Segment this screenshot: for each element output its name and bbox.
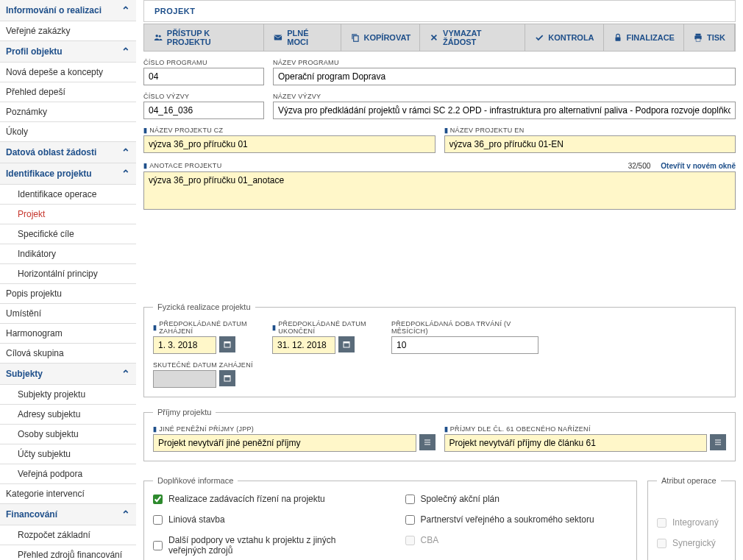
label-prognum: ČÍSLO PROGRAMU xyxy=(143,59,264,66)
label-progname: NÁZEV PROGRAMU xyxy=(273,59,736,66)
copy-icon xyxy=(350,32,360,43)
chevron-up-icon: ⌃ xyxy=(121,508,130,520)
sidebar-sec-profil[interactable]: Profil objektu⌃ xyxy=(0,41,136,63)
sidebar-item-vz[interactable]: Veřejné zakázky xyxy=(0,21,136,41)
input-callname[interactable] xyxy=(273,102,736,119)
sidebar-item-zdroje[interactable]: Přehled zdrojů financování xyxy=(0,545,136,560)
sidebar-item-subj-proj[interactable]: Subjekty projektu xyxy=(0,385,136,405)
check-spolecny[interactable]: Společný akční plán xyxy=(405,494,628,504)
input-callnum[interactable] xyxy=(143,102,264,119)
input-art61[interactable] xyxy=(444,434,708,452)
check-realizace[interactable]: Realizace zadávacích řízení na projektu xyxy=(153,494,376,504)
label-end: ▮PŘEDPOKLÁDANÉ DATUM UKONČENÍ xyxy=(272,320,383,335)
sidebar-item-poznamky[interactable]: Poznámky xyxy=(0,102,136,122)
label-start: ▮PŘEDPOKLÁDANÉ DATUM ZAHÁJENÍ xyxy=(153,320,263,335)
svg-point-0 xyxy=(155,35,157,37)
select-button[interactable] xyxy=(710,434,726,450)
fieldset-income: Příjmy projektu ▮JINÉ PENĚŽNÍ PŘÍJMY (JP… xyxy=(143,408,736,461)
sidebar-sec-datova[interactable]: Datová oblast žádosti⌃ xyxy=(0,142,136,163)
legend-attr: Atribut operace xyxy=(657,476,721,485)
required-icon: ▮ xyxy=(153,324,157,331)
sidebar-item-ukoly[interactable]: Úkoly xyxy=(0,122,136,142)
required-icon: ▮ xyxy=(272,324,276,331)
input-projen[interactable] xyxy=(444,135,736,153)
input-projcz[interactable] xyxy=(143,135,436,153)
input-jpp[interactable] xyxy=(153,434,416,452)
tool-delete[interactable]: VYMAZAT ŽÁDOST xyxy=(420,24,525,51)
sidebar-item-harmon[interactable]: Harmonogram xyxy=(0,324,136,344)
input-realstart[interactable] xyxy=(153,370,216,388)
sidebar-sec-financ[interactable]: Financování⌃ xyxy=(0,504,136,525)
label-realstart: SKUTEČNÉ DATUM ZAHÁJENÍ xyxy=(153,361,263,369)
input-prognum[interactable] xyxy=(143,68,264,85)
sidebar-item-popis[interactable]: Popis projektu xyxy=(0,284,136,304)
sidebar-item-osoby[interactable]: Osoby subjektu xyxy=(0,425,136,444)
tab-row: PROJEKT xyxy=(143,0,736,22)
sidebar-item-projekt[interactable]: Projekt xyxy=(0,205,136,224)
select-button[interactable] xyxy=(419,434,436,450)
legend-income: Příjmy projektu xyxy=(153,408,216,417)
chevron-up-icon: ⌃ xyxy=(121,368,130,380)
tool-copy[interactable]: KOPÍROVAT xyxy=(341,24,421,51)
check-integr[interactable]: Integrovaný xyxy=(657,517,726,528)
tool-power[interactable]: PLNÉ MOCI xyxy=(264,24,341,51)
svg-point-1 xyxy=(159,35,161,38)
sidebar-item-depese[interactable]: Nová depeše a koncepty xyxy=(0,63,136,82)
sidebar-item-ucty[interactable]: Účty subjektu xyxy=(0,444,136,464)
legend-addl: Doplňkové informace xyxy=(153,476,238,485)
check-icon xyxy=(534,32,544,43)
label-art61: ▮PŘÍJMY DLE ČL. 61 OBECNÉHO NAŘÍZENÍ xyxy=(444,425,727,433)
sidebar: Informování o realizaci⌃ Veřejné zakázky… xyxy=(0,0,136,560)
lock-icon xyxy=(613,32,623,43)
label-callname: NÁZEV VÝZVY xyxy=(273,93,736,100)
tool-access[interactable]: PŘÍSTUP K PROJEKTU xyxy=(144,24,264,51)
fieldset-attr: Atribut operace Integrovaný Synergický xyxy=(647,476,736,560)
svg-rect-2 xyxy=(274,35,282,40)
label-projcz: ▮NÁZEV PROJEKTU CZ xyxy=(143,127,436,134)
input-start[interactable] xyxy=(153,336,216,354)
check-partner[interactable]: Partnerství veřejného a soukromého sekto… xyxy=(405,514,628,525)
tool-check[interactable]: KONTROLA xyxy=(525,24,603,51)
sidebar-sec-subjekty[interactable]: Subjekty⌃ xyxy=(0,364,136,385)
input-dur[interactable] xyxy=(391,336,538,354)
sidebar-item-verejna[interactable]: Veřejná podpora xyxy=(0,464,136,484)
main: PROJEKT PŘÍSTUP K PROJEKTU PLNÉ MOCI KOP… xyxy=(136,0,743,560)
check-cba[interactable]: CBA xyxy=(405,535,628,545)
label-jpp: ▮JINÉ PENĚŽNÍ PŘÍJMY (JPP) xyxy=(153,425,436,433)
sidebar-item-horiz[interactable]: Horizontální principy xyxy=(0,264,136,284)
tool-print[interactable]: TISK xyxy=(684,24,735,51)
check-synerg[interactable]: Synergický xyxy=(657,538,726,548)
list-icon xyxy=(714,438,722,447)
sidebar-sec-identifikace[interactable]: Identifikace projektu⌃ xyxy=(0,163,136,185)
sidebar-item-indikatory[interactable]: Indikátory xyxy=(0,244,136,264)
tab-projekt[interactable]: PROJEKT xyxy=(144,1,205,21)
label-callnum: ČÍSLO VÝZVY xyxy=(143,93,264,100)
required-icon: ▮ xyxy=(444,127,448,134)
input-progname[interactable] xyxy=(273,68,736,85)
calendar-icon xyxy=(223,374,232,383)
sidebar-item-ident-op[interactable]: Identifikace operace xyxy=(0,185,136,205)
input-end[interactable] xyxy=(272,336,335,354)
label-projen: ▮NÁZEV PROJEKTU EN xyxy=(444,127,736,134)
fieldset-fyz: Fyzická realizace projektu ▮PŘEDPOKLÁDAN… xyxy=(143,302,736,397)
link-newwin[interactable]: Otevřít v novém okně xyxy=(661,162,736,170)
sidebar-item-cilova[interactable]: Cílová skupina xyxy=(0,344,136,364)
required-icon: ▮ xyxy=(153,425,157,433)
svg-rect-4 xyxy=(615,37,620,40)
tool-finalize[interactable]: FINALIZACE xyxy=(604,24,684,51)
sidebar-sec-realizace[interactable]: Informování o realizaci⌃ xyxy=(0,0,136,21)
sidebar-item-umisteni[interactable]: Umístění xyxy=(0,304,136,324)
check-liniova[interactable]: Liniová stavba xyxy=(153,514,376,525)
calendar-button[interactable] xyxy=(338,336,355,352)
sidebar-item-prehled[interactable]: Přehled depeší xyxy=(0,82,136,102)
sidebar-item-specifcile[interactable]: Specifické cíle xyxy=(0,224,136,244)
x-icon xyxy=(429,32,439,43)
textarea-annot[interactable]: výzva 36_pro příručku 01_anotace xyxy=(143,171,736,210)
calendar-button[interactable] xyxy=(219,336,235,352)
label-dur: PŘEDPOKLÁDANÁ DOBA TRVÁNÍ (V MĚSÍCÍCH) xyxy=(391,320,538,335)
sidebar-item-adresy[interactable]: Adresy subjektu xyxy=(0,405,136,425)
check-dalsi[interactable]: Další podpory ve vztahu k projektu z jin… xyxy=(153,535,376,556)
sidebar-item-kategorie[interactable]: Kategorie intervencí xyxy=(0,484,136,504)
calendar-button[interactable] xyxy=(219,370,235,386)
sidebar-item-rozpocet[interactable]: Rozpočet základní xyxy=(0,525,136,545)
